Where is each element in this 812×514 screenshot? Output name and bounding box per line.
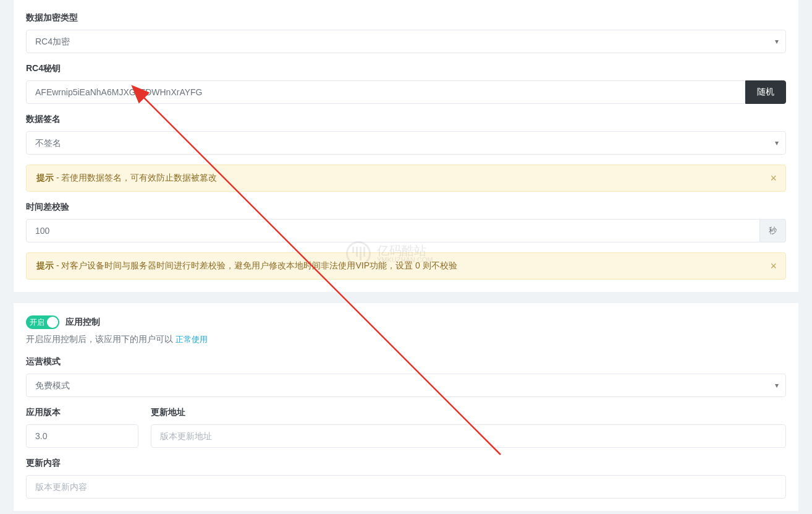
- mode-select[interactable]: 免费模式: [26, 374, 786, 397]
- sign-alert: 提示 - 若使用数据签名，可有效防止数据被篡改 ×: [26, 165, 786, 192]
- encrypt-type-select[interactable]: RC4加密: [26, 30, 786, 53]
- rc4-key-input[interactable]: [26, 80, 745, 104]
- close-icon[interactable]: ×: [770, 172, 777, 185]
- app-control-title: 应用控制: [66, 317, 100, 328]
- encrypt-type-label: 数据加密类型: [26, 12, 786, 24]
- close-icon[interactable]: ×: [770, 260, 777, 273]
- time-alert: 提示 - 对客户设备时间与服务器时间进行时差校验，避免用户修改本地时间非法使用V…: [26, 252, 786, 280]
- sign-select[interactable]: 不签名: [26, 131, 786, 155]
- time-diff-label: 时间差校验: [26, 202, 786, 213]
- version-input[interactable]: [26, 424, 138, 448]
- random-button[interactable]: 随机: [745, 80, 786, 104]
- update-content-label: 更新内容: [26, 458, 786, 469]
- rc4-key-label: RC4秘钥: [26, 63, 786, 74]
- app-control-toggle[interactable]: 开启: [26, 315, 59, 329]
- time-diff-input[interactable]: [26, 219, 760, 242]
- update-content-input[interactable]: [26, 475, 786, 499]
- app-control-desc: 开启应用控制后，该应用下的用户可以 正常使用: [26, 334, 786, 345]
- normal-use-link[interactable]: 正常使用: [176, 335, 208, 344]
- update-url-label: 更新地址: [151, 407, 786, 418]
- version-label: 应用版本: [26, 407, 138, 418]
- mode-label: 运营模式: [26, 356, 786, 367]
- time-unit-addon: 秒: [760, 219, 786, 242]
- sign-label: 数据签名: [26, 114, 786, 125]
- update-url-input[interactable]: [151, 424, 786, 448]
